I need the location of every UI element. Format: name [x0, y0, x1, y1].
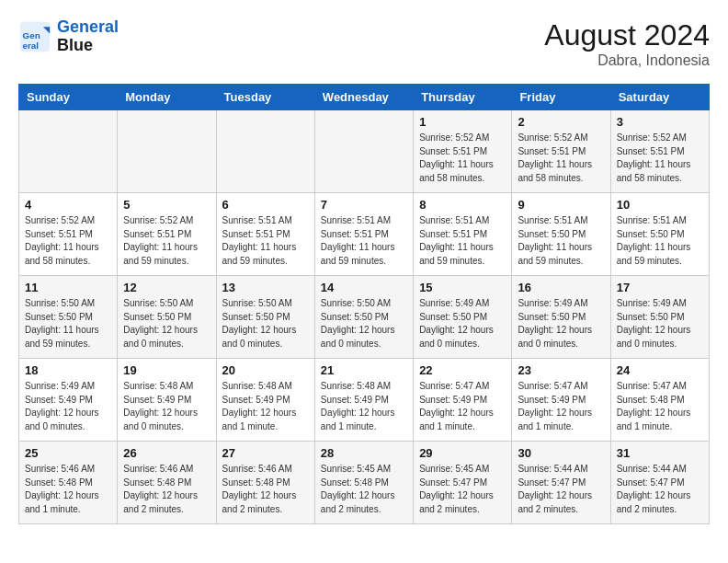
calendar-cell: 26Sunrise: 5:46 AM Sunset: 5:48 PM Dayli…: [118, 442, 216, 524]
cell-info: Sunrise: 5:47 AM Sunset: 5:49 PM Dayligh…: [419, 380, 506, 433]
cell-day-number: 16: [518, 281, 604, 294]
cell-info: Sunrise: 5:46 AM Sunset: 5:48 PM Dayligh…: [25, 463, 111, 516]
month-year: August 2024: [544, 18, 710, 52]
cell-info: Sunrise: 5:52 AM Sunset: 5:51 PM Dayligh…: [25, 214, 111, 268]
cell-day-number: 3: [617, 115, 703, 129]
cell-info: Sunrise: 5:46 AM Sunset: 5:48 PM Dayligh…: [222, 463, 309, 516]
cell-info: Sunrise: 5:50 AM Sunset: 5:50 PM Dayligh…: [222, 297, 309, 350]
calendar-cell: 3Sunrise: 5:52 AM Sunset: 5:51 PM Daylig…: [610, 110, 709, 193]
calendar-cell: 17Sunrise: 5:49 AM Sunset: 5:50 PM Dayli…: [610, 276, 709, 359]
cell-info: Sunrise: 5:48 AM Sunset: 5:49 PM Dayligh…: [222, 380, 309, 433]
calendar-cell: [118, 110, 216, 193]
calendar-cell: 14Sunrise: 5:50 AM Sunset: 5:50 PM Dayli…: [314, 276, 413, 359]
calendar-cell: 25Sunrise: 5:46 AM Sunset: 5:48 PM Dayli…: [19, 442, 118, 524]
cell-day-number: 2: [518, 115, 604, 129]
cell-day-number: 7: [321, 198, 407, 212]
cell-info: Sunrise: 5:51 AM Sunset: 5:51 PM Dayligh…: [321, 214, 407, 268]
calendar-cell: 16Sunrise: 5:49 AM Sunset: 5:50 PM Dayli…: [512, 276, 610, 359]
cell-day-number: 12: [123, 281, 210, 294]
weekday-header: Saturday: [610, 85, 709, 110]
calendar-cell: 28Sunrise: 5:45 AM Sunset: 5:48 PM Dayli…: [314, 442, 413, 524]
calendar-cell: 24Sunrise: 5:47 AM Sunset: 5:48 PM Dayli…: [610, 359, 709, 442]
calendar-cell: 7Sunrise: 5:51 AM Sunset: 5:51 PM Daylig…: [314, 193, 413, 276]
cell-day-number: 19: [123, 363, 210, 377]
cell-day-number: 11: [25, 281, 111, 294]
logo: Gen eral General Blue: [18, 18, 119, 55]
cell-day-number: 5: [123, 198, 210, 212]
calendar-cell: [216, 110, 314, 193]
cell-day-number: 27: [222, 446, 309, 460]
cell-day-number: 29: [419, 446, 506, 460]
cell-info: Sunrise: 5:52 AM Sunset: 5:51 PM Dayligh…: [617, 132, 703, 185]
svg-text:Gen: Gen: [23, 30, 40, 40]
calendar-cell: 9Sunrise: 5:51 AM Sunset: 5:50 PM Daylig…: [512, 193, 610, 276]
cell-info: Sunrise: 5:52 AM Sunset: 5:51 PM Dayligh…: [419, 132, 506, 185]
cell-info: Sunrise: 5:48 AM Sunset: 5:49 PM Dayligh…: [123, 380, 210, 433]
calendar-cell: 22Sunrise: 5:47 AM Sunset: 5:49 PM Dayli…: [414, 359, 512, 442]
cell-info: Sunrise: 5:51 AM Sunset: 5:51 PM Dayligh…: [419, 214, 506, 268]
cell-day-number: 14: [321, 281, 407, 294]
calendar-cell: 13Sunrise: 5:50 AM Sunset: 5:50 PM Dayli…: [216, 276, 314, 359]
calendar-cell: 12Sunrise: 5:50 AM Sunset: 5:50 PM Dayli…: [118, 276, 216, 359]
cell-info: Sunrise: 5:49 AM Sunset: 5:49 PM Dayligh…: [25, 380, 111, 433]
cell-info: Sunrise: 5:47 AM Sunset: 5:48 PM Dayligh…: [617, 380, 703, 433]
cell-day-number: 8: [419, 198, 506, 212]
cell-day-number: 31: [617, 446, 703, 460]
calendar-table: SundayMondayTuesdayWednesdayThursdayFrid…: [18, 84, 710, 524]
calendar-cell: 2Sunrise: 5:52 AM Sunset: 5:51 PM Daylig…: [512, 110, 610, 193]
cell-day-number: 13: [222, 281, 309, 294]
cell-day-number: 10: [617, 198, 703, 212]
location: Dabra, Indonesia: [544, 52, 710, 69]
cell-info: Sunrise: 5:49 AM Sunset: 5:50 PM Dayligh…: [617, 297, 703, 350]
cell-info: Sunrise: 5:44 AM Sunset: 5:47 PM Dayligh…: [617, 463, 703, 516]
calendar-cell: 1Sunrise: 5:52 AM Sunset: 5:51 PM Daylig…: [414, 110, 512, 193]
cell-day-number: 21: [321, 363, 407, 377]
cell-info: Sunrise: 5:45 AM Sunset: 5:48 PM Dayligh…: [321, 463, 407, 516]
weekday-header: Tuesday: [216, 85, 314, 110]
weekday-header: Monday: [118, 85, 216, 110]
logo-text: General Blue: [57, 18, 119, 55]
cell-info: Sunrise: 5:50 AM Sunset: 5:50 PM Dayligh…: [321, 297, 407, 350]
calendar-cell: 15Sunrise: 5:49 AM Sunset: 5:50 PM Dayli…: [414, 276, 512, 359]
weekday-header: Sunday: [19, 85, 118, 110]
cell-info: Sunrise: 5:52 AM Sunset: 5:51 PM Dayligh…: [518, 132, 604, 185]
cell-day-number: 30: [518, 446, 604, 460]
cell-day-number: 26: [123, 446, 210, 460]
weekday-header: Wednesday: [314, 85, 413, 110]
cell-day-number: 18: [25, 363, 111, 377]
cell-info: Sunrise: 5:50 AM Sunset: 5:50 PM Dayligh…: [25, 297, 111, 350]
calendar-cell: 20Sunrise: 5:48 AM Sunset: 5:49 PM Dayli…: [216, 359, 314, 442]
calendar-cell: 30Sunrise: 5:44 AM Sunset: 5:47 PM Dayli…: [512, 442, 610, 524]
logo-icon: Gen eral: [18, 20, 51, 53]
cell-info: Sunrise: 5:48 AM Sunset: 5:49 PM Dayligh…: [321, 380, 407, 433]
cell-day-number: 22: [419, 363, 506, 377]
calendar-cell: 11Sunrise: 5:50 AM Sunset: 5:50 PM Dayli…: [19, 276, 118, 359]
cell-info: Sunrise: 5:49 AM Sunset: 5:50 PM Dayligh…: [419, 297, 506, 350]
cell-info: Sunrise: 5:51 AM Sunset: 5:51 PM Dayligh…: [222, 214, 309, 268]
calendar-cell: 31Sunrise: 5:44 AM Sunset: 5:47 PM Dayli…: [610, 442, 709, 524]
calendar-cell: 27Sunrise: 5:46 AM Sunset: 5:48 PM Dayli…: [216, 442, 314, 524]
cell-day-number: 6: [222, 198, 309, 212]
calendar-cell: [19, 110, 118, 193]
cell-info: Sunrise: 5:45 AM Sunset: 5:47 PM Dayligh…: [419, 463, 506, 516]
cell-info: Sunrise: 5:46 AM Sunset: 5:48 PM Dayligh…: [123, 463, 210, 516]
weekday-header: Friday: [512, 85, 610, 110]
page-header: Gen eral General Blue August 2024 Dabra,…: [18, 18, 710, 69]
cell-day-number: 17: [617, 281, 703, 294]
cell-day-number: 28: [321, 446, 407, 460]
cell-info: Sunrise: 5:51 AM Sunset: 5:50 PM Dayligh…: [617, 214, 703, 268]
cell-day-number: 20: [222, 363, 309, 377]
cell-day-number: 24: [617, 363, 703, 377]
calendar-cell: 18Sunrise: 5:49 AM Sunset: 5:49 PM Dayli…: [19, 359, 118, 442]
title-block: August 2024 Dabra, Indonesia: [544, 18, 710, 69]
cell-info: Sunrise: 5:51 AM Sunset: 5:50 PM Dayligh…: [518, 214, 604, 268]
svg-text:eral: eral: [23, 40, 40, 50]
cell-info: Sunrise: 5:49 AM Sunset: 5:50 PM Dayligh…: [518, 297, 604, 350]
calendar-cell: 8Sunrise: 5:51 AM Sunset: 5:51 PM Daylig…: [414, 193, 512, 276]
cell-day-number: 23: [518, 363, 604, 377]
calendar-cell: 6Sunrise: 5:51 AM Sunset: 5:51 PM Daylig…: [216, 193, 314, 276]
calendar-cell: 29Sunrise: 5:45 AM Sunset: 5:47 PM Dayli…: [414, 442, 512, 524]
weekday-header: Thursday: [414, 85, 512, 110]
cell-day-number: 4: [25, 198, 111, 212]
calendar-cell: 19Sunrise: 5:48 AM Sunset: 5:49 PM Dayli…: [118, 359, 216, 442]
